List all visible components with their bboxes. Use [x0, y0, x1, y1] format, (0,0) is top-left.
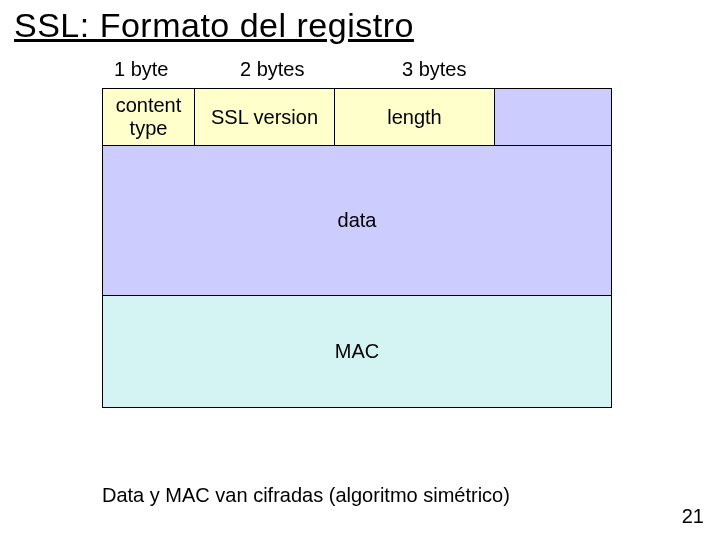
- slide-caption: Data y MAC van cifradas (algoritmo simét…: [102, 484, 510, 507]
- size-label-length: 3 bytes: [402, 58, 466, 81]
- field-length: length: [335, 89, 495, 145]
- size-label-content-type: 1 byte: [114, 58, 168, 81]
- field-data: data: [103, 145, 611, 295]
- slide-title: SSL: Formato del registro: [14, 6, 414, 45]
- ssl-record-diagram: contenttype SSL version length data MAC: [102, 88, 612, 408]
- record-header-row: contenttype SSL version length: [103, 89, 611, 145]
- size-label-ssl-version: 2 bytes: [240, 58, 304, 81]
- field-header-padding: [495, 89, 611, 145]
- field-mac: MAC: [103, 295, 611, 407]
- field-content-type: contenttype: [103, 89, 195, 145]
- field-ssl-version: SSL version: [195, 89, 335, 145]
- page-number: 21: [682, 505, 704, 528]
